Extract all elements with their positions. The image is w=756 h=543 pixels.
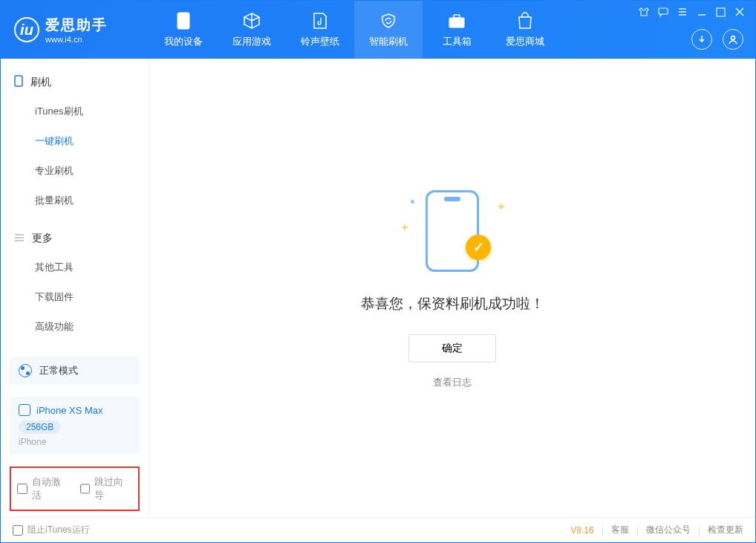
svg-rect-0 — [177, 13, 189, 29]
app-logo-icon: iu — [14, 17, 39, 42]
minimize-icon[interactable] — [697, 7, 707, 19]
cube-icon — [242, 11, 261, 30]
phone-illustration-icon — [426, 190, 479, 272]
svg-rect-1 — [449, 18, 464, 27]
list-icon — [14, 233, 25, 244]
ok-button[interactable]: 确定 — [408, 334, 496, 362]
nav-smart-flash[interactable]: 智能刷机 — [354, 1, 423, 59]
nav-ringtones-wallpapers[interactable]: 铃声壁纸 — [286, 1, 354, 59]
svg-rect-3 — [659, 8, 668, 14]
account-button[interactable] — [723, 29, 743, 50]
nav-label: 爱思商城 — [506, 35, 544, 48]
sparkle-icon — [411, 195, 414, 206]
sidebar: 刷机 iTunes刷机 一键刷机 专业刷机 批量刷机 更多 其他工具 下载固件 … — [1, 59, 149, 517]
view-log-link[interactable]: 查看日志 — [433, 376, 472, 389]
nav-label: 应用游戏 — [232, 35, 271, 48]
download-button[interactable] — [691, 29, 712, 50]
music-file-icon — [310, 11, 330, 30]
sidebar-item-advanced[interactable]: 高级功能 — [1, 312, 149, 342]
check-badge-icon: ✓ — [466, 235, 491, 260]
refresh-shield-icon — [379, 11, 398, 30]
logo-text: 爱思助手 www.i4.cn — [45, 16, 108, 44]
checkbox-input[interactable] — [17, 484, 27, 494]
bag-icon — [515, 11, 535, 30]
options-highlight-box: 自动激活 跳过向导 — [10, 466, 140, 511]
sidebar-header-more: 更多 — [1, 224, 149, 253]
sidebar-item-download-firmware[interactable]: 下载固件 — [1, 282, 149, 312]
sidebar-item-itunes-flash[interactable]: iTunes刷机 — [1, 97, 149, 126]
nav-apps-games[interactable]: 应用游戏 — [218, 1, 286, 59]
sidebar-section-flash: 刷机 iTunes刷机 一键刷机 专业刷机 批量刷机 — [1, 59, 149, 215]
phone-icon — [174, 11, 193, 30]
mode-card[interactable]: 正常模式 — [10, 357, 140, 385]
nav-store[interactable]: 爱思商城 — [491, 1, 559, 59]
checkbox-block-itunes[interactable]: 阻止iTunes运行 — [13, 524, 90, 536]
feedback-icon[interactable] — [658, 7, 668, 19]
shirt-icon[interactable] — [639, 7, 649, 19]
device-card[interactable]: iPhone XS Max 256GB iPhone — [10, 397, 140, 455]
window-controls — [639, 7, 745, 19]
app-subtitle: www.i4.cn — [45, 35, 108, 44]
sidebar-item-onekey-flash[interactable]: 一键刷机 — [1, 126, 149, 156]
maximize-icon[interactable] — [716, 7, 726, 19]
footer-right: V8.16 | 客服 | 微信公众号 | 检查更新 — [570, 524, 743, 536]
device-title: iPhone XS Max — [19, 404, 131, 416]
main-content: ✓ 恭喜您，保资料刷机成功啦！ 确定 查看日志 — [149, 59, 755, 517]
header: iu 爱思助手 www.i4.cn 我的设备 应用游戏 铃声壁纸 智能刷机 — [1, 1, 755, 59]
checkbox-auto-activate[interactable]: 自动激活 — [17, 475, 70, 502]
svg-point-5 — [731, 36, 735, 40]
nav-toolbox[interactable]: 工具箱 — [423, 1, 491, 59]
body: 刷机 iTunes刷机 一键刷机 专业刷机 批量刷机 更多 其他工具 下载固件 … — [1, 59, 755, 517]
nav-label: 智能刷机 — [369, 35, 408, 48]
footer-link-wechat[interactable]: 微信公众号 — [646, 524, 691, 536]
checkbox-input[interactable] — [13, 525, 23, 536]
footer-link-update[interactable]: 检查更新 — [708, 524, 743, 536]
sidebar-section-more: 更多 其他工具 下载固件 高级功能 — [1, 215, 149, 342]
sidebar-header-flash: 刷机 — [1, 68, 149, 97]
success-illustration: ✓ — [400, 187, 504, 276]
svg-rect-6 — [15, 76, 22, 86]
svg-rect-2 — [454, 15, 460, 18]
device-type: iPhone — [19, 437, 131, 447]
mode-icon — [19, 364, 32, 377]
sparkle-icon — [402, 221, 408, 233]
success-title: 恭喜您，保资料刷机成功啦！ — [361, 294, 544, 313]
checkbox-label: 自动激活 — [32, 475, 70, 502]
menu-icon[interactable] — [677, 7, 688, 19]
capacity-badge: 256GB — [19, 420, 61, 434]
footer: 阻止iTunes运行 V8.16 | 客服 | 微信公众号 | 检查更新 — [1, 517, 755, 542]
checkbox-label: 跳过向导 — [94, 475, 132, 502]
mode-label: 正常模式 — [39, 364, 78, 377]
sidebar-item-pro-flash[interactable]: 专业刷机 — [1, 156, 149, 186]
checkbox-input[interactable] — [80, 484, 91, 494]
sidebar-title: 刷机 — [30, 76, 51, 89]
svg-rect-4 — [717, 8, 725, 16]
nav-my-device[interactable]: 我的设备 — [149, 1, 218, 59]
checkbox-skip-wizard[interactable]: 跳过向导 — [80, 475, 133, 502]
footer-link-support[interactable]: 客服 — [611, 524, 629, 536]
sidebar-title: 更多 — [32, 232, 53, 245]
app-title: 爱思助手 — [45, 16, 108, 35]
sidebar-item-other-tools[interactable]: 其他工具 — [1, 253, 149, 282]
toolbox-icon — [447, 11, 466, 30]
version-label: V8.16 — [570, 525, 593, 536]
device-name: iPhone XS Max — [36, 405, 103, 416]
sparkle-icon — [498, 201, 504, 212]
close-icon[interactable] — [734, 7, 745, 19]
logo-area: iu 爱思助手 www.i4.cn — [1, 1, 149, 59]
device-icon — [19, 404, 30, 416]
nav-bar: 我的设备 应用游戏 铃声壁纸 智能刷机 工具箱 爱思商城 — [149, 1, 559, 59]
app-window: iu 爱思助手 www.i4.cn 我的设备 应用游戏 铃声壁纸 智能刷机 — [0, 0, 756, 543]
nav-label: 我的设备 — [164, 35, 203, 48]
header-actions — [691, 29, 743, 50]
nav-label: 铃声壁纸 — [301, 35, 339, 48]
sidebar-item-batch-flash[interactable]: 批量刷机 — [1, 186, 149, 215]
checkbox-label: 阻止iTunes运行 — [27, 524, 90, 536]
phone-small-icon — [14, 75, 23, 89]
nav-label: 工具箱 — [443, 35, 472, 48]
